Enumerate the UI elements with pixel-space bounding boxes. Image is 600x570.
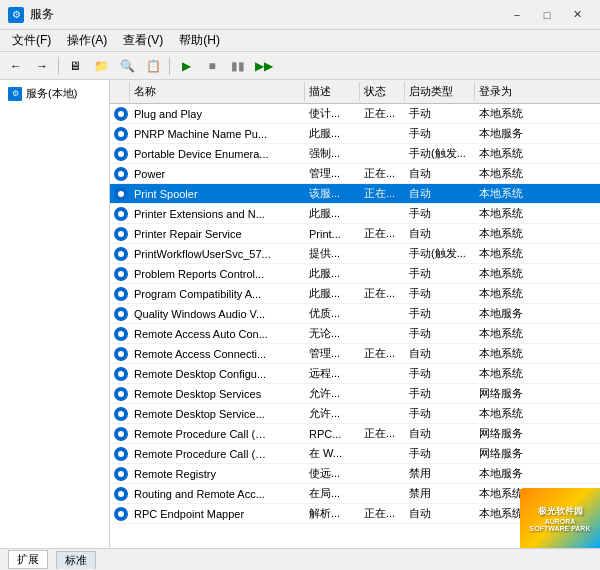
folder-button[interactable]: 📁 <box>89 55 113 77</box>
service-login: 网络服务 <box>475 384 545 403</box>
table-row[interactable]: Remote Desktop Configu...远程...手动本地系统 <box>110 364 600 384</box>
tab-standard[interactable]: 标准 <box>56 551 96 569</box>
titlebar-controls: − □ ✕ <box>502 5 592 25</box>
menu-item-操作A[interactable]: 操作(A) <box>59 30 115 51</box>
service-desc: 优质... <box>305 304 360 323</box>
tab-extend[interactable]: 扩展 <box>8 550 48 569</box>
service-icon-cell <box>110 244 130 263</box>
service-name: Power <box>130 164 305 183</box>
service-icon-cell <box>110 184 130 203</box>
table-row[interactable]: Remote Procedure Call (…RPC...正在...自动网络服… <box>110 424 600 444</box>
toolbar: ← → 🖥 📁 🔍 📋 ▶ ■ ▮▮ ▶▶ <box>0 52 600 80</box>
restart-button[interactable]: ▶▶ <box>252 55 276 77</box>
service-startup: 手动 <box>405 284 475 303</box>
service-status <box>360 204 405 223</box>
service-login: 本地系统 <box>475 364 545 383</box>
service-desc: 此服... <box>305 204 360 223</box>
brand-text: 极光软件园 AURORASOFTWARE PARK <box>530 505 591 532</box>
service-icon <box>114 307 128 321</box>
search-button[interactable]: 🔍 <box>115 55 139 77</box>
service-login: 本地系统 <box>475 104 545 123</box>
minimize-button[interactable]: − <box>502 5 532 25</box>
service-startup: 自动 <box>405 164 475 183</box>
titlebar-left: ⚙ 服务 <box>8 6 54 23</box>
sidebar: ⚙ 服务(本地) <box>0 80 110 548</box>
col-name[interactable]: 名称 <box>130 82 305 101</box>
service-desc: 此服... <box>305 124 360 143</box>
col-login[interactable]: 登录为 <box>475 82 545 101</box>
table-row[interactable]: Remote Desktop Services允许...手动网络服务 <box>110 384 600 404</box>
service-icon <box>114 187 128 201</box>
table-row[interactable]: Remote Desktop Service...允许...手动本地系统 <box>110 404 600 424</box>
menu-item-帮助H[interactable]: 帮助(H) <box>171 30 228 51</box>
table-row[interactable]: PNRP Machine Name Pu...此服...手动本地服务 <box>110 124 600 144</box>
service-status <box>360 404 405 423</box>
service-startup: 手动(触发... <box>405 144 475 163</box>
menu-item-查看V[interactable]: 查看(V) <box>115 30 171 51</box>
service-login: 本地系统 <box>475 264 545 283</box>
service-desc: 解析... <box>305 504 360 523</box>
service-login: 本地系统 <box>475 204 545 223</box>
service-desc: 使计... <box>305 104 360 123</box>
service-startup: 手动 <box>405 384 475 403</box>
service-icon <box>114 507 128 521</box>
services-icon: ⚙ <box>8 87 22 101</box>
back-button[interactable]: ← <box>4 55 28 77</box>
service-status: 正在... <box>360 164 405 183</box>
properties-button[interactable]: 📋 <box>141 55 165 77</box>
maximize-button[interactable]: □ <box>532 5 562 25</box>
service-name: Remote Access Auto Con... <box>130 324 305 343</box>
col-status[interactable]: 状态 <box>360 82 405 101</box>
service-status <box>360 364 405 383</box>
service-startup: 自动 <box>405 344 475 363</box>
service-name: Remote Desktop Service... <box>130 404 305 423</box>
service-name: Portable Device Enumera... <box>130 144 305 163</box>
col-desc[interactable]: 描述 <box>305 82 360 101</box>
table-row[interactable]: Plug and Play使计...正在...手动本地系统 <box>110 104 600 124</box>
table-row[interactable]: Remote Access Auto Con...无论...手动本地系统 <box>110 324 600 344</box>
menu-item-文件F[interactable]: 文件(F) <box>4 30 59 51</box>
service-name: Remote Procedure Call (… <box>130 424 305 443</box>
table-row[interactable]: Power管理...正在...自动本地系统 <box>110 164 600 184</box>
forward-button[interactable]: → <box>30 55 54 77</box>
service-login: 本地系统 <box>475 164 545 183</box>
close-button[interactable]: ✕ <box>562 5 592 25</box>
table-row[interactable]: Portable Device Enumera...强制...手动(触发...本… <box>110 144 600 164</box>
service-status: 正在... <box>360 104 405 123</box>
app-icon: ⚙ <box>8 7 24 23</box>
service-startup: 手动 <box>405 124 475 143</box>
table-row[interactable]: Program Compatibility A...此服...正在...手动本地… <box>110 284 600 304</box>
brand-line2: AURORASOFTWARE PARK <box>530 518 591 532</box>
service-status <box>360 384 405 403</box>
service-name: Remote Registry <box>130 464 305 483</box>
service-desc: RPC... <box>305 424 360 443</box>
table-row[interactable]: Quality Windows Audio V...优质...手动本地服务 <box>110 304 600 324</box>
service-icon <box>114 127 128 141</box>
service-startup: 禁用 <box>405 484 475 503</box>
table-row[interactable]: Remote Access Connecti...管理...正在...自动本地系… <box>110 344 600 364</box>
stop-button[interactable]: ■ <box>200 55 224 77</box>
table-row[interactable]: Print Spooler该服...正在...自动本地系统 <box>110 184 600 204</box>
table-row[interactable]: Problem Reports Control...此服...手动本地系统 <box>110 264 600 284</box>
service-icon <box>114 487 128 501</box>
computer-button[interactable]: 🖥 <box>63 55 87 77</box>
sidebar-item-services[interactable]: ⚙ 服务(本地) <box>4 84 105 103</box>
service-login: 本地系统 <box>475 144 545 163</box>
table-row[interactable]: Remote Procedure Call (…在 W...手动网络服务 <box>110 444 600 464</box>
table-row[interactable]: Printer Repair ServicePrint...正在...自动本地系… <box>110 224 600 244</box>
service-status: 正在... <box>360 344 405 363</box>
service-icon-cell <box>110 404 130 423</box>
start-button[interactable]: ▶ <box>174 55 198 77</box>
service-startup: 自动 <box>405 184 475 203</box>
service-status <box>360 444 405 463</box>
table-body[interactable]: Plug and Play使计...正在...手动本地系统PNRP Machin… <box>110 104 600 548</box>
col-startup[interactable]: 启动类型 <box>405 82 475 101</box>
service-icon-cell <box>110 104 130 123</box>
table-row[interactable]: Printer Extensions and N...此服...手动本地系统 <box>110 204 600 224</box>
pause-button[interactable]: ▮▮ <box>226 55 250 77</box>
service-icon <box>114 227 128 241</box>
table-row[interactable]: Remote Registry使远...禁用本地服务 <box>110 464 600 484</box>
service-status <box>360 144 405 163</box>
table-row[interactable]: PrintWorkflowUserSvc_57...提供...手动(触发...本… <box>110 244 600 264</box>
service-login: 本地服务 <box>475 124 545 143</box>
